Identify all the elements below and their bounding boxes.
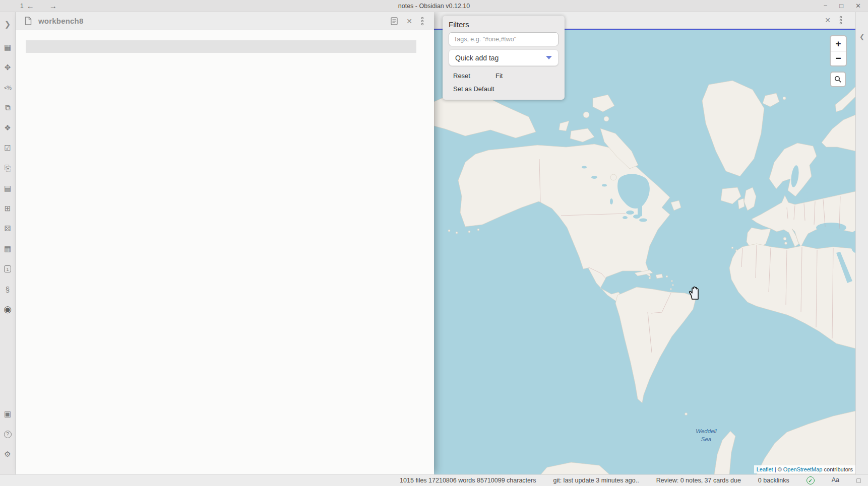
attribution-contributors: contributors — [822, 466, 853, 472]
map-more-options-icon[interactable] — [839, 16, 842, 25]
expand-right-sidebar-icon[interactable]: ❮ — [859, 33, 864, 40]
reading-view-icon[interactable] — [391, 17, 398, 25]
dropdown-arrow-icon — [546, 56, 552, 59]
table-gear-icon[interactable]: ▦ — [3, 244, 13, 254]
forward-arrow-icon[interactable]: → — [49, 2, 57, 10]
daily-note-icon[interactable]: 1 — [3, 264, 13, 274]
pan-arrows-icon[interactable]: ✥ — [3, 62, 13, 73]
filters-title: Filters — [449, 20, 559, 29]
weddell-sea-label-2: Sea — [701, 436, 711, 442]
expand-sidebar-icon[interactable]: ❯ — [3, 19, 13, 29]
graph-icon[interactable]: ❖ — [3, 123, 13, 133]
daily-note-number: 1 — [4, 265, 11, 272]
cord-icon[interactable]: § — [3, 284, 13, 294]
map-zoom-control: + − — [830, 35, 847, 66]
text-format-toggle[interactable]: Aa — [832, 476, 839, 484]
pane-title: workbench8 — [38, 17, 84, 25]
left-ribbon: ❯ ▦ ✥ <% ⧉ ❖ ☑ ⎘ ▤ ⊞ ⚄ ▦ 1 § ◉ ▣ ? ⚙ — [0, 12, 16, 474]
attribution-separator: | © — [773, 466, 783, 472]
globe-map-icon[interactable]: ◉ — [3, 304, 13, 314]
statusbar: 1015 files 17210806 words 85710099 chara… — [0, 474, 868, 486]
dice-icon[interactable]: ⚄ — [3, 224, 13, 234]
review-status[interactable]: Review: 0 notes, 37 cards due — [656, 477, 741, 484]
quick-add-tag-select[interactable]: Quick add tag — [449, 49, 559, 66]
minimize-button[interactable]: − — [824, 3, 828, 9]
close-map-pane-icon[interactable]: ✕ — [825, 16, 831, 24]
card-stack-icon[interactable]: ▤ — [3, 183, 13, 193]
pane-workbench8: workbench8 ✕ — [16, 12, 434, 474]
zoom-in-button[interactable]: + — [831, 36, 846, 51]
more-options-icon[interactable] — [421, 17, 424, 26]
tags-filter-input[interactable] — [449, 32, 559, 46]
close-window-button[interactable]: ✕ — [855, 3, 861, 9]
hand-cursor — [689, 286, 702, 302]
screen-capture-icon[interactable]: ▣ — [3, 409, 13, 419]
reset-button[interactable]: Reset — [453, 72, 470, 80]
workspace: ❯ ▦ ✥ <% ⧉ ❖ ☑ ⎘ ▤ ⊞ ⚄ ▦ 1 § ◉ ▣ ? ⚙ wor… — [0, 12, 868, 474]
copy-files-icon[interactable]: ⎘ — [3, 163, 13, 173]
blocks-icon[interactable]: ⊞ — [3, 203, 13, 214]
map-search-button[interactable] — [830, 72, 846, 87]
workbench8-header: workbench8 ✕ — [16, 12, 434, 30]
file-icon — [25, 17, 32, 25]
calendar-check-icon[interactable]: ☑ — [3, 143, 13, 153]
right-sidebar-collapsed: ❮ — [855, 12, 868, 474]
nav-history-count: 1 — [20, 3, 24, 10]
back-arrow-icon[interactable]: ← — [27, 2, 34, 10]
slides-icon[interactable]: ⧉ — [3, 103, 13, 113]
quick-add-tag-label: Quick add tag — [455, 54, 499, 62]
openstreetmap-link[interactable]: OpenStreetMap — [783, 466, 823, 472]
sync-check-icon[interactable]: ✓ — [807, 476, 815, 484]
weddell-sea-label: Weddell — [696, 428, 717, 434]
leaflet-link[interactable]: Leaflet — [757, 466, 773, 472]
editor-area[interactable] — [16, 30, 434, 474]
backlinks-count: 0 backlinks — [758, 477, 789, 484]
templater-icon[interactable]: <% — [3, 83, 13, 93]
pane-map: ✕ — [434, 12, 855, 474]
help-icon[interactable]: ? — [3, 429, 13, 439]
file-stats: 1015 files 17210806 words 85710099 chara… — [400, 477, 536, 484]
status-mini-icon[interactable] — [856, 478, 861, 483]
git-status[interactable]: git: last update 3 minutes ago.. — [553, 477, 639, 484]
map-filters-panel: Filters Quick add tag Reset Fit Set as D… — [443, 16, 565, 100]
help-question-mark: ? — [4, 431, 12, 438]
table-icon[interactable]: ▦ — [3, 42, 13, 52]
settings-icon[interactable]: ⚙ — [3, 449, 13, 459]
window-title: notes - Obsidian v0.12.10 — [0, 3, 868, 10]
titlebar: 1 ← → notes - Obsidian v0.12.10 − □ ✕ — [0, 0, 868, 12]
fit-button[interactable]: Fit — [495, 72, 503, 80]
zoom-out-button[interactable]: − — [831, 51, 846, 65]
close-pane-icon[interactable]: ✕ — [406, 17, 412, 25]
map-attribution: Leaflet | © OpenStreetMap contributors — [754, 465, 855, 473]
set-as-default-button[interactable]: Set as Default — [453, 85, 494, 93]
maximize-button[interactable]: □ — [839, 3, 843, 9]
empty-line-highlight[interactable] — [26, 40, 416, 53]
magnifier-icon — [834, 76, 842, 83]
